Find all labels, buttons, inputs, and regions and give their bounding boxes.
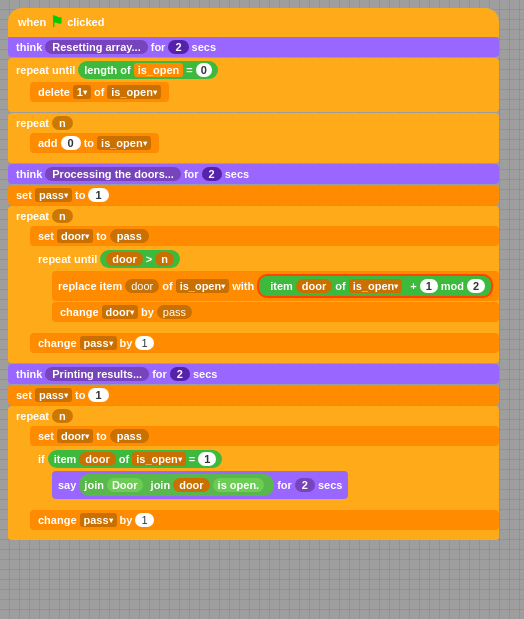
if-body: say join Door join door is open. for 2: [52, 471, 499, 499]
hat-clicked-label: clicked: [67, 16, 104, 28]
repeat-until-body-1: delete 1▾ of is_open▾: [30, 82, 499, 102]
set-var-dd-1[interactable]: pass▾: [35, 188, 72, 202]
change-door-kw: change: [60, 306, 99, 318]
think-text-1: Resetting array...: [45, 40, 147, 54]
say-kw: say: [58, 479, 76, 491]
repeat-until-kw-1: repeat until: [16, 64, 75, 76]
if-item-kw: item: [54, 453, 77, 465]
plus-val: 1: [420, 279, 438, 293]
replace-list-dd[interactable]: is_open▾: [176, 279, 230, 293]
set-door-dd[interactable]: door▾: [57, 229, 93, 243]
set-door-to: to: [96, 230, 106, 242]
isopen-dd-1[interactable]: is_open: [134, 63, 184, 77]
flag-icon: ⚑: [50, 13, 63, 31]
script-area: when ⚑ clicked think Resetting array... …: [8, 8, 499, 541]
delete-of: of: [94, 86, 104, 98]
repeat-until-inner-footer: [30, 324, 499, 332]
say-secs-val: 2: [295, 478, 315, 492]
think-text-2: Processing the doors...: [45, 167, 181, 181]
if-list-dd[interactable]: is_open▾: [132, 452, 186, 466]
replace-door-reporter: door: [125, 279, 159, 293]
add-block: add 0 to is_open▾: [30, 133, 159, 153]
say-block: say join Door join door is open. for 2: [52, 471, 348, 499]
hat-when-label: when: [18, 16, 46, 28]
mod-expression: item door of is_open▾ + 1 mod 2: [257, 274, 493, 298]
set-door-block: set door▾ to pass: [30, 226, 499, 246]
join-outer: join Door join door is open.: [79, 474, 274, 496]
think-for-2: for: [184, 168, 199, 180]
change-door-block: change door▾ by pass: [52, 302, 499, 322]
think-block-3: think Printing results... for 2 secs: [8, 364, 499, 384]
repeat-footer-1: [8, 155, 499, 163]
repeat-var-3: n: [52, 409, 73, 423]
repeat-footer-2: [8, 355, 499, 363]
eq-val-1: 0: [196, 63, 212, 77]
delete-kw: delete: [38, 86, 70, 98]
change-pass-val-2: 1: [135, 513, 153, 527]
delete-block: delete 1▾ of is_open▾: [30, 82, 169, 102]
repeat-body-1: add 0 to is_open▾: [30, 133, 499, 153]
set-block-1: set pass▾ to 1: [8, 185, 499, 205]
item-door-reporter: door: [296, 279, 332, 293]
add-var-dd[interactable]: is_open▾: [97, 136, 151, 150]
change-door-by: by: [141, 306, 154, 318]
set-var-dd-2[interactable]: pass▾: [35, 388, 72, 402]
repeat-header-1: repeat n: [8, 113, 499, 133]
set-door-val: pass: [110, 229, 149, 243]
add-to: to: [84, 137, 94, 149]
think-text-3: Printing results...: [45, 367, 149, 381]
of-label: of: [120, 64, 130, 76]
think-block-2: think Processing the doors... for 2 secs: [8, 164, 499, 184]
repeat-kw-2: repeat: [16, 210, 49, 222]
replace-item-block: replace item door of is_open▾ with item …: [52, 271, 499, 301]
say-for: for: [277, 479, 292, 491]
repeat-block-2: repeat n set door▾ to pass repeat until …: [8, 206, 499, 363]
delete-var-dd[interactable]: is_open▾: [107, 85, 161, 99]
change-pass-by-1: by: [120, 337, 133, 349]
join1-kw: join: [84, 479, 104, 491]
think-kw-3: think: [16, 368, 42, 380]
change-pass-kw-1: change: [38, 337, 77, 349]
repeat-until-inner-header: repeat until door > n: [30, 247, 499, 271]
change-pass-block-1: change pass▾ by 1: [30, 333, 499, 353]
think-secs-2: secs: [225, 168, 249, 180]
repeat-block-1: repeat n add 0 to is_open▾: [8, 113, 499, 163]
repeat-footer-3: [8, 532, 499, 540]
change-pass-dd-2[interactable]: pass▾: [80, 513, 117, 527]
repeat-until-inner-body: replace item door of is_open▾ with item …: [52, 271, 499, 322]
if-header: if item door of is_open▾ = 1: [30, 447, 499, 471]
think-secs-val-1: 2: [168, 40, 188, 54]
set-door-block-2: set door▾ to pass: [30, 426, 499, 446]
set-block-2: set pass▾ to 1: [8, 385, 499, 405]
think-kw-2: think: [16, 168, 42, 180]
change-pass-dd-1[interactable]: pass▾: [80, 336, 117, 350]
set-door-dd-2[interactable]: door▾: [57, 429, 93, 443]
repeat-var-1: n: [52, 116, 73, 130]
door-var-reporter: door: [173, 478, 209, 492]
change-pass-kw-2: change: [38, 514, 77, 526]
if-door-reporter: door: [79, 452, 115, 466]
think-for-3: for: [152, 368, 167, 380]
item-kw: item: [270, 280, 293, 292]
item-list-dd[interactable]: is_open▾: [349, 279, 403, 293]
if-kw: if: [38, 453, 45, 465]
hat-block: when ⚑ clicked: [8, 8, 499, 37]
item-expr: item door of is_open▾: [265, 278, 407, 294]
think-secs-3: secs: [193, 368, 217, 380]
repeat-until-inner: repeat until door > n replace item door …: [30, 247, 499, 332]
change-pass-val-1: 1: [135, 336, 153, 350]
if-val: 1: [198, 452, 216, 466]
replace-kw: replace item: [58, 280, 122, 292]
door-label: Door: [107, 478, 143, 492]
change-door-dd[interactable]: door▾: [102, 305, 138, 319]
set-val-1: 1: [88, 188, 108, 202]
think-keyword-1: think: [16, 41, 42, 53]
set-val-2: 1: [88, 388, 108, 402]
if-condition: item door of is_open▾ = 1: [48, 450, 223, 468]
set-to-2: to: [75, 389, 85, 401]
delete-num-dd[interactable]: 1▾: [73, 85, 91, 99]
mod-label: mod: [441, 280, 464, 292]
set-door-val-2: pass: [110, 429, 149, 443]
think-block-1: think Resetting array... for 2 secs: [8, 37, 499, 57]
repeat-until-kw-inner: repeat until: [38, 253, 97, 265]
